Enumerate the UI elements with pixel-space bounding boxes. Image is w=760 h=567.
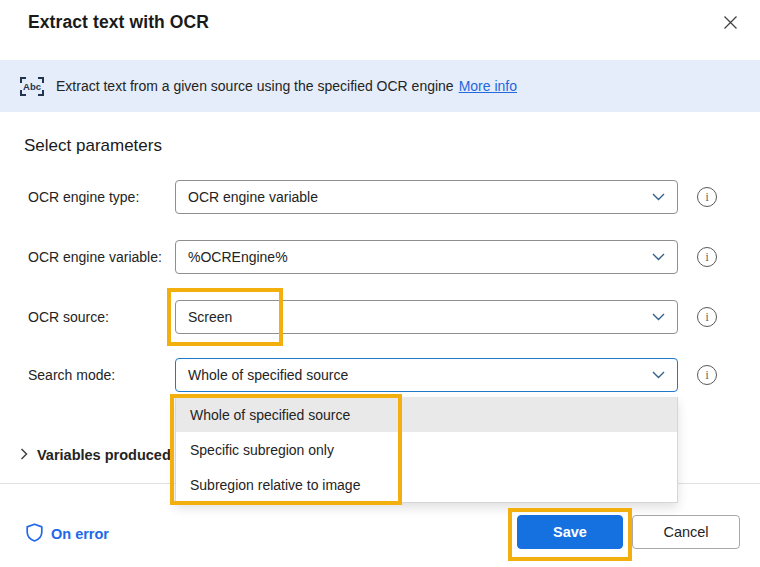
shield-icon: [26, 523, 43, 545]
search-mode-menu: Whole of specified source Specific subre…: [175, 397, 678, 503]
on-error-label: On error: [51, 526, 109, 542]
save-button[interactable]: Save: [517, 515, 623, 549]
ocr-engine-type-value: OCR engine variable: [188, 189, 644, 205]
info-banner: Abc Extract text from a given source usi…: [0, 60, 760, 112]
menu-option-subregion-relative-to-image[interactable]: Subregion relative to image: [176, 467, 677, 502]
variables-produced-label: Variables produced: [37, 447, 171, 463]
ocr-engine-variable-dropdown[interactable]: %OCREngine%: [175, 240, 678, 274]
search-mode-value: Whole of specified source: [188, 367, 644, 383]
info-icon[interactable]: i: [697, 187, 717, 207]
menu-option-whole-of-specified-source[interactable]: Whole of specified source: [176, 397, 677, 432]
dialog-title: Extract text with OCR: [28, 12, 209, 33]
cancel-button[interactable]: Cancel: [632, 515, 740, 549]
info-icon[interactable]: i: [697, 307, 717, 327]
info-icon[interactable]: i: [697, 365, 717, 385]
select-parameters-heading: Select parameters: [24, 136, 162, 156]
on-error-button[interactable]: On error: [26, 522, 109, 546]
variables-produced-toggle[interactable]: Variables produced: [20, 444, 171, 466]
more-info-link[interactable]: More info: [459, 78, 517, 94]
search-mode-dropdown[interactable]: Whole of specified source: [175, 358, 678, 392]
search-mode-label: Search mode:: [28, 358, 115, 392]
banner-description: Extract text from a given source using t…: [56, 78, 454, 94]
ocr-abc-icon: Abc: [20, 77, 44, 96]
ocr-engine-variable-label: OCR engine variable:: [28, 240, 162, 274]
info-icon[interactable]: i: [697, 247, 717, 267]
chevron-down-icon: [652, 371, 665, 379]
chevron-down-icon: [652, 313, 665, 321]
ocr-source-label: OCR source:: [28, 300, 109, 334]
ocr-source-dropdown[interactable]: Screen: [175, 300, 678, 334]
chevron-down-icon: [652, 253, 665, 261]
close-icon: [723, 15, 738, 34]
ocr-engine-variable-value: %OCREngine%: [188, 249, 644, 265]
menu-option-specific-subregion-only[interactable]: Specific subregion only: [176, 432, 677, 467]
ocr-source-value: Screen: [188, 309, 644, 325]
close-button[interactable]: [716, 10, 744, 38]
chevron-down-icon: [652, 193, 665, 201]
chevron-right-icon: [20, 447, 28, 463]
ocr-engine-type-label: OCR engine type:: [28, 180, 139, 214]
ocr-engine-type-dropdown[interactable]: OCR engine variable: [175, 180, 678, 214]
